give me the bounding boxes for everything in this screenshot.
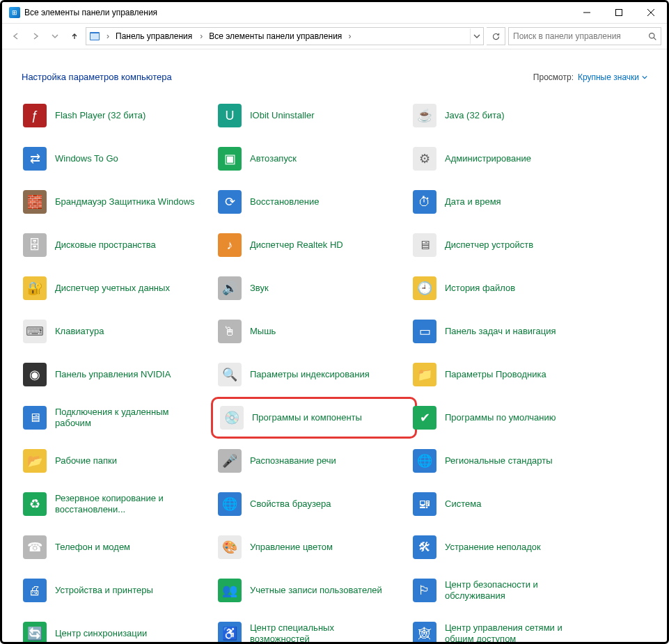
page-title: Настройка параметров компьютера xyxy=(22,72,533,82)
cpl-item-taskbar[interactable]: ▭Панель задач и навигация xyxy=(411,315,606,348)
cpl-item-defaults[interactable]: ✔Программы по умолчанию xyxy=(411,401,606,434)
devices-icon: 🖨 xyxy=(23,579,47,602)
cpl-item-flash[interactable]: ƒFlash Player (32 бита) xyxy=(22,99,217,132)
cpl-item-inetopt[interactable]: 🌐Свойства браузера xyxy=(217,487,411,521)
cpl-item-programs[interactable]: 💿Программы и компоненты xyxy=(211,397,417,439)
cpl-item-cred[interactable]: 🔐Диспетчер учетных данных xyxy=(22,272,217,305)
cpl-item-devices[interactable]: 🖨Устройства и принтеры xyxy=(22,574,217,607)
cpl-item-admin[interactable]: ⚙Администрирование xyxy=(411,142,606,175)
breadcrumb-root[interactable]: › Панель управления xyxy=(103,29,195,44)
cpl-item-network[interactable]: 🕸Центр управления сетями и общим доступо… xyxy=(411,617,606,642)
system-icon: 🖳 xyxy=(413,492,436,516)
breadcrumb-root-label: Панель управления xyxy=(113,30,195,42)
iobit-icon: U xyxy=(218,104,242,127)
search-input[interactable] xyxy=(512,31,647,42)
cpl-item-label: Windows To Go xyxy=(55,153,118,164)
cpl-item-label: Брандмауэр Защитника Windows xyxy=(55,196,195,207)
breadcrumb-current-label: Все элементы панели управления xyxy=(206,30,345,42)
cpl-item-label: Устройства и принтеры xyxy=(55,585,153,596)
cpl-item-storage[interactable]: 🗄Дисковые пространства xyxy=(22,228,217,262)
cpl-item-phone[interactable]: ☎Телефон и модем xyxy=(22,531,217,564)
minimize-button[interactable] xyxy=(571,2,603,23)
cpl-item-label: Диспетчер учетных данных xyxy=(55,283,170,294)
java-icon: ☕ xyxy=(413,104,436,127)
chevron-right-icon: › xyxy=(196,29,206,44)
cpl-item-label: Резервное копирование и восстановлени... xyxy=(55,493,201,515)
cpl-item-realtek[interactable]: ♪Диспетчер Realtek HD xyxy=(217,228,411,262)
cpl-item-security[interactable]: 🏳Центр безопасности и обслуживания xyxy=(411,574,606,607)
chevron-right-icon: › xyxy=(345,29,354,44)
chevron-right-icon: › xyxy=(103,29,113,44)
cpl-item-color[interactable]: 🎨Управление цветом xyxy=(217,531,411,564)
maximize-button[interactable] xyxy=(603,2,635,23)
cpl-item-label: Центр специальных возможностей xyxy=(250,622,396,642)
cpl-item-nvidia[interactable]: ◉Панель управления NVIDIA xyxy=(22,358,217,391)
address-dropdown-button[interactable] xyxy=(470,29,483,44)
address-bar[interactable]: › Панель управления › Все элементы панел… xyxy=(86,27,484,45)
cpl-item-label: Дата и время xyxy=(445,196,501,207)
color-icon: 🎨 xyxy=(218,535,242,559)
cpl-item-wtg[interactable]: ⇄Windows To Go xyxy=(22,142,217,175)
cpl-item-iobit[interactable]: UIObit Uninstaller xyxy=(217,99,411,132)
cpl-item-label: Устранение неполадок xyxy=(445,542,541,553)
svg-rect-0 xyxy=(616,10,622,16)
nav-row: › Панель управления › Все элементы панел… xyxy=(2,24,667,49)
cpl-item-label: IObit Uninstaller xyxy=(250,110,314,121)
refresh-button[interactable] xyxy=(487,27,505,45)
nav-recent-button[interactable] xyxy=(47,28,63,45)
cpl-item-troubleshoot[interactable]: 🛠Устранение неполадок xyxy=(411,531,606,564)
region-icon: 🌐 xyxy=(413,449,436,473)
cpl-item-mouse[interactable]: 🖱Мышь xyxy=(217,315,411,348)
cpl-item-remote[interactable]: 🖥Подключения к удаленным рабочим xyxy=(22,401,217,434)
mouse-icon: 🖱 xyxy=(218,320,242,343)
cpl-item-ease[interactable]: ♿Центр специальных возможностей xyxy=(217,617,411,642)
cpl-item-firewall[interactable]: 🧱Брандмауэр Защитника Windows xyxy=(22,185,217,219)
cpl-item-system[interactable]: 🖳Система xyxy=(411,487,606,521)
cpl-item-label: Распознавание речи xyxy=(250,455,336,466)
cpl-item-sound[interactable]: 🔊Звук xyxy=(217,272,411,305)
cpl-item-explorer[interactable]: 📁Параметры Проводника xyxy=(411,358,606,391)
cpl-item-recovery[interactable]: ⟳Восстановление xyxy=(217,185,411,219)
cpl-item-label: Региональные стандарты xyxy=(445,455,552,466)
content-area: Настройка параметров компьютера Просмотр… xyxy=(2,51,667,642)
cpl-item-label: Центр безопасности и обслуживания xyxy=(445,579,591,602)
cpl-item-sync[interactable]: 🔄Центр синхронизации xyxy=(22,617,217,642)
nav-back-button[interactable] xyxy=(8,28,24,45)
cred-icon: 🔐 xyxy=(23,276,47,300)
breadcrumb-current[interactable]: › Все элементы панели управления › xyxy=(196,29,354,44)
cpl-item-autoplay[interactable]: ▣Автозапуск xyxy=(217,142,411,175)
cpl-item-devmgr[interactable]: 🖥Диспетчер устройств xyxy=(411,228,606,262)
cpl-item-label: Телефон и модем xyxy=(55,542,130,553)
cpl-item-region[interactable]: 🌐Региональные стандарты xyxy=(411,444,606,478)
window-title: Все элементы панели управления xyxy=(24,8,571,17)
search-box[interactable] xyxy=(508,27,661,45)
view-dropdown[interactable]: Крупные значки xyxy=(578,72,647,82)
firewall-icon: 🧱 xyxy=(23,190,47,214)
cpl-item-speech[interactable]: 🎤Распознавание речи xyxy=(217,444,411,478)
cpl-item-users[interactable]: 👥Учетные записи пользователей xyxy=(217,574,411,607)
nav-forward-button[interactable] xyxy=(27,28,44,45)
cpl-item-label: Диспетчер устройств xyxy=(445,239,533,251)
close-button[interactable] xyxy=(635,2,667,23)
cpl-item-label: Центр управления сетями и общим доступом xyxy=(445,622,591,642)
wtg-icon: ⇄ xyxy=(23,147,47,171)
cpl-item-keyboard[interactable]: ⌨Клавиатура xyxy=(22,315,217,348)
network-icon: 🕸 xyxy=(413,622,436,642)
taskbar-icon: ▭ xyxy=(413,320,436,343)
cpl-item-history[interactable]: 🕘История файлов xyxy=(411,272,606,305)
admin-icon: ⚙ xyxy=(413,147,436,171)
cpl-item-workfolders[interactable]: 📂Рабочие папки xyxy=(22,444,217,478)
cpl-item-datetime[interactable]: ⏱Дата и время xyxy=(411,185,606,219)
cpl-item-backup[interactable]: ♻Резервное копирование и восстановлени..… xyxy=(22,487,217,521)
explorer-icon: 📁 xyxy=(413,363,436,386)
cpl-item-java[interactable]: ☕Java (32 бита) xyxy=(411,99,606,132)
backup-icon: ♻ xyxy=(23,492,47,516)
cpl-item-label: Автозапуск xyxy=(250,153,297,164)
programs-icon: 💿 xyxy=(220,406,244,430)
nav-up-button[interactable] xyxy=(66,28,83,45)
cpl-item-index[interactable]: 🔍Параметры индексирования xyxy=(217,358,411,391)
cpl-item-label: Подключения к удаленным рабочим xyxy=(55,407,201,429)
history-icon: 🕘 xyxy=(413,276,436,300)
cpl-item-label: Параметры индексирования xyxy=(250,369,370,380)
svg-point-3 xyxy=(649,33,654,38)
